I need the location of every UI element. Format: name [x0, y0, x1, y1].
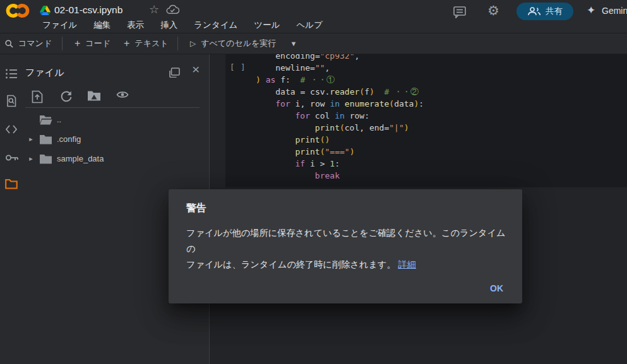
people-icon [527, 7, 541, 16]
play-icon: ▷ [190, 39, 196, 48]
gemini-sparkle-icon: ✦ [587, 4, 595, 17]
panel-divider [25, 107, 200, 108]
open-folder-icon [39, 114, 52, 125]
open-in-tab-icon[interactable] [169, 68, 180, 78]
code-line: print("===") [256, 146, 424, 158]
ok-button[interactable]: OK [490, 283, 503, 293]
close-panel-button[interactable]: × [192, 62, 200, 77]
eye-icon[interactable] [116, 90, 130, 103]
dialog-title: 警告 [186, 202, 206, 215]
secrets-key-icon[interactable] [5, 151, 18, 164]
gemini-label[interactable]: Gemini [602, 6, 627, 16]
file-tree-label: .. [57, 115, 61, 124]
menu-item[interactable]: 挿入 [152, 18, 186, 32]
app-header: 02-01-csv.ipynb ☆ ファイル編集表示挿入ランタイムツールヘルプ … [0, 0, 627, 33]
file-tree-row[interactable]: ▸sample_data [23, 149, 209, 168]
warning-dialog: 警告 ファイルが他の場所に保存されていることをご確認ください。このランタイムの … [169, 189, 522, 303]
folder-icon [39, 134, 52, 144]
menu-item[interactable]: ツール [246, 18, 288, 32]
code-line: break [256, 170, 424, 182]
refresh-files-button[interactable] [60, 90, 74, 103]
menu-item[interactable]: ファイル [34, 18, 85, 32]
file-tree-label: sample_data [57, 154, 104, 163]
code-line: print() [256, 134, 424, 146]
code-line: newline="", [256, 62, 424, 74]
dialog-body: ファイルが他の場所に保存されていることをご確認ください。このランタイムの ファイ… [186, 225, 508, 273]
search-icon [5, 40, 13, 48]
code-editor[interactable]: encoding="cp932",newline="",) as f: # ・・… [256, 54, 424, 182]
files-panel-title: ファイル [25, 67, 64, 79]
code-line: if i > 1: [256, 158, 424, 170]
code-line: encoding="cp932", [256, 54, 424, 62]
share-label: 共有 [546, 6, 563, 17]
cloud-save-icon[interactable] [165, 4, 179, 15]
toolbar-separator [62, 37, 63, 50]
folder-icon [39, 153, 52, 164]
code-line: for col in row: [256, 110, 424, 122]
add-code-button[interactable]: + コード [75, 33, 110, 54]
share-button[interactable]: 共有 [517, 3, 573, 20]
code-line: ) as f: # ・・① [256, 74, 424, 86]
menu-bar: ファイル編集表示挿入ランタイムツールヘルプ [34, 18, 331, 32]
settings-gear-icon[interactable]: ⚙ [487, 3, 499, 18]
colab-logo-icon[interactable] [5, 3, 30, 20]
run-all-button[interactable]: ▷ すべてのセルを実行 ▼ [190, 33, 297, 54]
files-folder-icon-active[interactable] [5, 179, 18, 191]
file-tree-row[interactable]: .. [23, 110, 209, 129]
notebook-toolbar: コマンド + コード + テキスト ▷ すべてのセルを実行 ▼ ✓ RAM ディ… [0, 33, 627, 54]
find-replace-icon[interactable] [5, 95, 18, 107]
code-line: print(col, end="|") [256, 122, 424, 134]
code-snippets-icon[interactable] [5, 123, 18, 136]
plus-icon: + [124, 38, 129, 49]
colab-window: 02-01-csv.ipynb ☆ ファイル編集表示挿入ランタイムツールヘルプ … [0, 0, 627, 364]
chevron-right-icon[interactable]: ▸ [27, 155, 35, 163]
plus-icon: + [75, 38, 80, 49]
code-cell[interactable]: [ ] encoding="cp932",newline="",) as f: … [225, 54, 627, 187]
chevron-down-icon[interactable]: ▼ [290, 40, 297, 47]
details-link[interactable]: 詳細 [398, 259, 416, 269]
execution-count[interactable]: [ ] [230, 62, 246, 72]
code-line: data = csv.reader(f) # ・・② [256, 86, 424, 98]
left-rail [0, 54, 23, 364]
file-tree-label: .config [57, 134, 81, 144]
chevron-right-icon[interactable]: ▸ [27, 135, 35, 143]
file-tree-row[interactable]: ▸.config [23, 129, 209, 149]
toolbar-separator [177, 37, 178, 50]
table-of-contents-icon[interactable] [5, 68, 18, 80]
comment-icon[interactable] [453, 6, 466, 18]
add-text-button[interactable]: + テキスト [124, 33, 169, 54]
menu-item[interactable]: 編集 [85, 18, 119, 32]
command-palette-button[interactable]: コマンド [5, 33, 52, 54]
star-icon[interactable]: ☆ [149, 3, 159, 16]
upload-file-button[interactable] [32, 90, 45, 103]
notebook-title[interactable]: 02-01-csv.ipynb [54, 4, 122, 16]
code-line: for i, row in enumerate(data): [256, 98, 424, 110]
menu-item[interactable]: ランタイム [186, 18, 246, 32]
file-tree: ..▸.config▸sample_data [23, 110, 209, 168]
menu-item[interactable]: 表示 [119, 18, 152, 32]
drive-icon [40, 6, 51, 15]
mount-drive-button[interactable] [87, 90, 101, 103]
menu-item[interactable]: ヘルプ [289, 18, 331, 32]
